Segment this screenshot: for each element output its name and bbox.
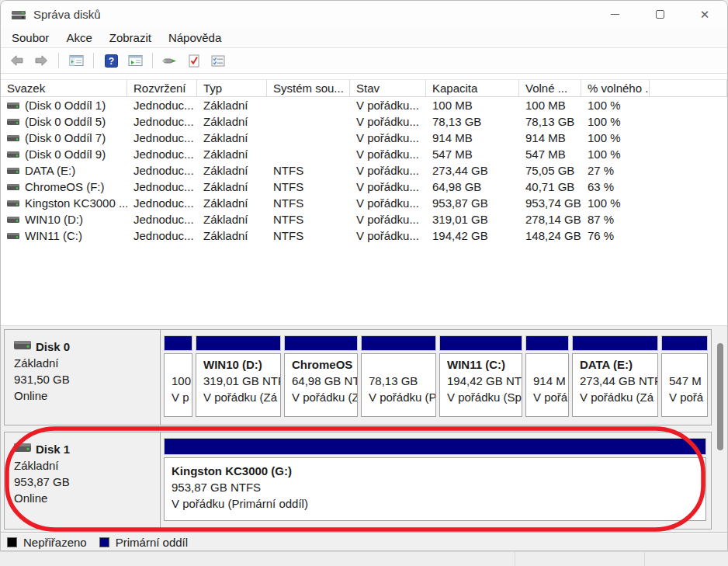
volume-free-pct: 100 % (581, 148, 650, 161)
volume-fs: NTFS (267, 229, 350, 242)
show-console-tree-button[interactable] (66, 51, 86, 70)
legend-primary-partition: Primární oddíl (99, 536, 188, 549)
volume-free: 278,14 GB (519, 213, 581, 226)
column-header-stav[interactable]: Stav (350, 80, 426, 96)
disk-icon (14, 443, 31, 453)
volume-list-header: Svazek Rozvržení Typ Systém sou... Stav … (1, 79, 727, 97)
volume-capacity: 100 MB (426, 99, 519, 112)
volume-type: Základní (197, 115, 267, 128)
column-header-kapacita[interactable]: Kapacita (426, 80, 519, 96)
volume-free: 75,05 GB (519, 164, 581, 177)
partition-kingston-kc3000[interactable]: Kingston KC3000 (G:) 953,87 GB NTFS V po… (164, 438, 706, 521)
volume-free: 547 MB (519, 148, 581, 161)
close-icon: ✕ (700, 9, 710, 20)
volume-row[interactable]: (Disk 0 Oddíl 1) Jednoduc... Základní V … (1, 97, 727, 113)
menu-soubor[interactable]: Soubor (3, 31, 57, 44)
column-header-procento-volneho[interactable]: % volného ... (581, 80, 650, 96)
volume-free: 100 MB (519, 99, 581, 112)
disk-0-size: 931,50 GB (14, 371, 160, 387)
volume-row[interactable]: (Disk 0 Oddíl 5) Jednoduc... Základní V … (1, 113, 727, 130)
toolbar: ? (1, 48, 727, 74)
tool-button[interactable] (160, 51, 180, 70)
volume-free-pct: 76 % (581, 229, 650, 242)
volume-row[interactable]: (Disk 0 Oddíl 9) Jednoduc... Základní V … (1, 146, 727, 162)
disk-1-size: 953,87 GB (14, 474, 160, 490)
checklist-icon (211, 55, 225, 67)
disk-1-partition-field: Kingston KC3000 (G:) 953,87 GB NTFS V po… (161, 432, 711, 529)
disk-0-partition-field: 100V p WIN10 (D:)319,01 GB NTFV pořádku … (161, 330, 711, 425)
volume-free-pct: 63 % (581, 180, 650, 193)
volume-layout: Jednoduc... (127, 131, 197, 144)
forward-button[interactable] (31, 51, 51, 70)
partition-data[interactable]: DATA (E:)273,44 GB NTFV pořádku (Zá (572, 335, 658, 417)
column-header-typ[interactable]: Typ (197, 80, 267, 96)
volume-layout: Jednoduc... (127, 99, 197, 112)
help-button[interactable]: ? (101, 51, 121, 70)
maximize-button[interactable] (637, 1, 682, 28)
vertical-scrollbar[interactable] (714, 328, 726, 530)
show-action-pane-button[interactable] (125, 51, 145, 70)
volume-row[interactable]: WIN11 (C:) Jednoduc... Základní NTFS V p… (1, 227, 727, 244)
close-button[interactable]: ✕ (682, 1, 727, 28)
partition-unnamed-547mb[interactable]: 547 MV pořá (661, 335, 708, 417)
minimize-button[interactable] (592, 1, 637, 28)
volume-status: V pořádku... (350, 229, 426, 242)
volume-free: 148,24 GB (519, 229, 581, 242)
volume-row[interactable]: Kingston KC3000 ... Jednoduc... Základní… (1, 195, 727, 211)
volume-layout: Jednoduc... (127, 115, 197, 128)
partition-color-bar (284, 335, 358, 351)
partition-chromeos[interactable]: ChromeOS64,98 GB NTV pořádku (Z (284, 335, 358, 417)
disk-0-label-panel[interactable]: Disk 0 Základní 931,50 GB Online (5, 330, 161, 425)
volume-fs: NTFS (267, 164, 350, 177)
disk-1-type: Základní (14, 457, 160, 474)
volume-icon (7, 151, 19, 158)
check-document-button[interactable] (184, 51, 204, 70)
scrollbar-thumb[interactable] (717, 343, 723, 450)
check-document-icon (188, 54, 200, 68)
volume-icon (7, 200, 19, 207)
volume-type: Základní (197, 180, 267, 193)
partition-color-bar (525, 335, 569, 351)
app-icon (11, 9, 26, 21)
column-header-filler (650, 80, 727, 96)
volume-free-pct: 87 % (581, 213, 650, 226)
volume-free: 40,71 GB (519, 180, 581, 193)
partition-unnamed-914mb[interactable]: 914 MV pořá (525, 335, 569, 417)
volume-row[interactable]: DATA (E:) Jednoduc... Základní NTFS V po… (1, 162, 727, 179)
disk-1-label-panel[interactable]: Disk 1 Základní 953,87 GB Online (5, 432, 161, 529)
volume-status: V pořádku... (350, 213, 426, 226)
volume-status: V pořádku... (350, 99, 426, 112)
partition-win11[interactable]: WIN11 (C:)194,42 GB NTV pořádku (Sp (439, 335, 522, 417)
partition-efi[interactable]: 100V p (164, 335, 192, 417)
menu-zobrazit[interactable]: Zobrazit (101, 31, 160, 44)
menu-bar: Soubor Akce Zobrazit Nápověda (1, 28, 727, 48)
volume-status: V pořádku... (350, 148, 426, 161)
volume-icon (7, 102, 19, 109)
volume-row[interactable]: ChromeOS (F:) Jednoduc... Základní NTFS … (1, 179, 727, 195)
volume-type: Základní (197, 131, 267, 144)
volume-row[interactable]: (Disk 0 Oddíl 7) Jednoduc... Základní V … (1, 130, 727, 146)
column-header-rozvrzeni[interactable]: Rozvržení (127, 80, 197, 96)
column-header-svazek[interactable]: Svazek (1, 80, 127, 96)
menu-napoveda[interactable]: Nápověda (160, 31, 230, 44)
back-button[interactable] (7, 51, 27, 70)
menu-akce[interactable]: Akce (57, 31, 100, 44)
volume-free-pct: 100 % (581, 99, 650, 112)
volume-name: WIN10 (D:) (25, 213, 83, 226)
volume-type: Základní (197, 99, 267, 112)
partition-color-bar (572, 335, 658, 351)
column-header-volne[interactable]: Volné ... (519, 80, 581, 96)
volume-capacity: 547 MB (426, 148, 519, 161)
disk-management-window: Správa disků ✕ Soubor Akce Zobrazit Nápo… (0, 0, 728, 551)
partition-color-bar (164, 335, 192, 351)
volume-status: V pořádku... (350, 131, 426, 144)
partition-unnamed-78gb[interactable]: 78,13 GBV pořádku (P (361, 335, 436, 417)
disk-graph-pane: Disk 0 Základní 931,50 GB Online 100V p … (1, 325, 727, 550)
checklist-button[interactable] (208, 51, 228, 70)
column-header-system-souboru[interactable]: Systém sou... (267, 80, 350, 96)
volume-layout: Jednoduc... (127, 213, 197, 226)
partition-win10[interactable]: WIN10 (D:)319,01 GB NTFV pořádku (Zá (196, 335, 281, 417)
legend-unallocated: Nepřiřazeno (7, 536, 87, 549)
volume-row[interactable]: WIN10 (D:) Jednoduc... Základní NTFS V p… (1, 211, 727, 227)
partition-color-bar (439, 335, 522, 351)
